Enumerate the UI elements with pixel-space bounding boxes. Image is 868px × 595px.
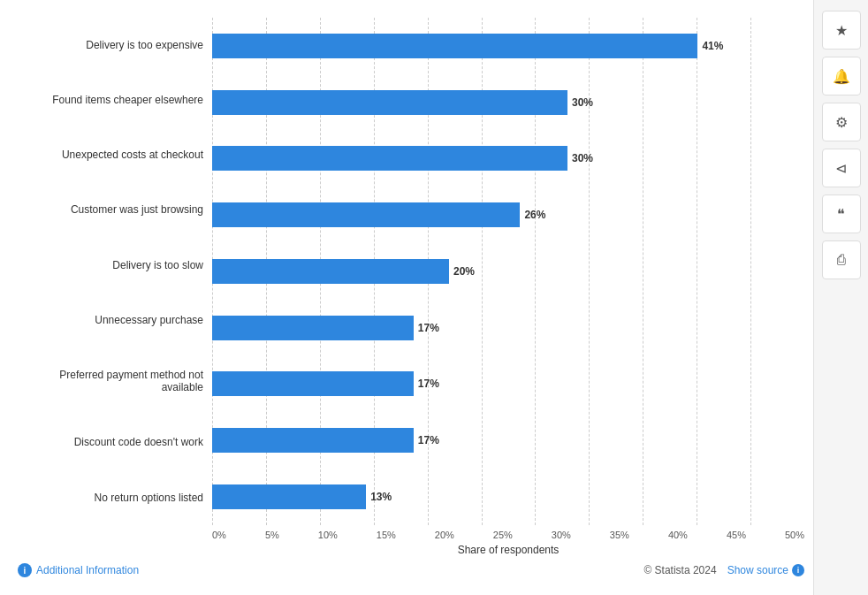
bar	[212, 316, 414, 340]
x-tick-label: 45%	[727, 530, 746, 540]
y-axis-label: Delivery is too expensive	[18, 39, 203, 51]
x-tick-label: 30%	[552, 530, 571, 540]
bell-button[interactable]: 🔔	[822, 57, 861, 95]
bar-value-label: 17%	[418, 434, 439, 446]
x-tick-label: 35%	[610, 530, 629, 540]
show-source-link[interactable]: Show source i	[727, 564, 804, 576]
bars-section: Delivery is too expensiveFound items che…	[18, 18, 804, 525]
additional-info-label: Additional Information	[36, 564, 139, 576]
bar-value-label: 41%	[702, 40, 723, 52]
bar-row: 26%	[212, 200, 804, 230]
bar-value-label: 17%	[418, 322, 439, 334]
bar-value-label: 17%	[418, 378, 439, 390]
share-button[interactable]: ⊲	[822, 149, 861, 187]
bars-and-grid: 41%30%30%26%20%17%17%17%13%	[212, 18, 804, 525]
y-axis-label: Unexpected costs at checkout	[18, 149, 203, 161]
bar-value-label: 30%	[572, 152, 593, 164]
footer: i Additional Information © Statista 2024…	[18, 556, 804, 577]
bar-row: 30%	[212, 143, 804, 173]
x-tick-label: 25%	[493, 530, 513, 540]
main-container: Delivery is too expensiveFound items che…	[0, 0, 868, 595]
bar	[212, 428, 414, 453]
chart-area: Delivery is too expensiveFound items che…	[0, 0, 813, 595]
x-tick-label: 40%	[668, 530, 688, 540]
star-button[interactable]: ★	[822, 11, 861, 50]
y-axis-label: Discount code doesn't work	[18, 436, 203, 448]
bar	[212, 484, 366, 509]
info-icon: i	[18, 563, 32, 577]
x-axis-section: 0%5%10%15%20%25%30%35%40%45%50% Share of…	[212, 525, 804, 556]
bar-row: 17%	[212, 313, 804, 343]
bar	[212, 34, 697, 58]
bar-value-label: 20%	[453, 265, 475, 278]
print-button[interactable]: ⎙	[822, 240, 861, 279]
y-axis-label: Preferred payment method not available	[18, 369, 203, 394]
y-axis-label: Delivery is too slow	[18, 259, 203, 271]
bar	[212, 202, 520, 227]
y-labels: Delivery is too expensiveFound items che…	[18, 18, 212, 525]
show-source-label: Show source	[727, 564, 788, 576]
bar-row: 20%	[212, 256, 804, 286]
statista-credit: © Statista 2024	[643, 564, 716, 576]
x-tick-label: 15%	[377, 530, 396, 540]
gear-button[interactable]: ⚙	[822, 103, 861, 141]
bar	[212, 259, 449, 284]
additional-info-link[interactable]: i Additional Information	[18, 563, 139, 577]
x-tick-label: 50%	[785, 530, 804, 540]
sidebar: ★🔔⚙⊲❝⎙	[813, 0, 868, 595]
bar	[212, 146, 567, 171]
bar-row: 13%	[212, 482, 804, 512]
y-axis-label: Found items cheaper elsewhere	[18, 94, 203, 106]
bar-value-label: 13%	[370, 491, 392, 503]
bar-row: 17%	[212, 369, 804, 399]
bar	[212, 90, 567, 115]
bar	[212, 371, 414, 396]
x-tick-label: 5%	[265, 530, 279, 540]
footer-right: © Statista 2024 Show source i	[643, 564, 804, 576]
x-ticks: 0%5%10%15%20%25%30%35%40%45%50%	[212, 530, 804, 540]
x-tick-label: 20%	[435, 530, 454, 540]
bar-row: 30%	[212, 88, 804, 118]
x-tick-label: 10%	[318, 530, 338, 540]
source-info-icon: i	[792, 564, 804, 576]
bar-value-label: 30%	[572, 96, 593, 109]
y-axis-label: No return options listed	[18, 492, 203, 504]
quote-button[interactable]: ❝	[822, 195, 861, 233]
x-axis-label: Share of respondents	[212, 544, 804, 556]
y-axis-label: Customer was just browsing	[18, 203, 203, 216]
bars-container: 41%30%30%26%20%17%17%17%13%	[212, 18, 804, 525]
x-tick-label: 0%	[212, 530, 226, 540]
bar-row: 41%	[212, 31, 804, 61]
chart-wrapper: Delivery is too expensiveFound items che…	[18, 18, 804, 556]
bar-value-label: 26%	[524, 209, 545, 221]
y-axis-label: Unnecessary purchase	[18, 314, 203, 326]
bar-row: 17%	[212, 425, 804, 455]
